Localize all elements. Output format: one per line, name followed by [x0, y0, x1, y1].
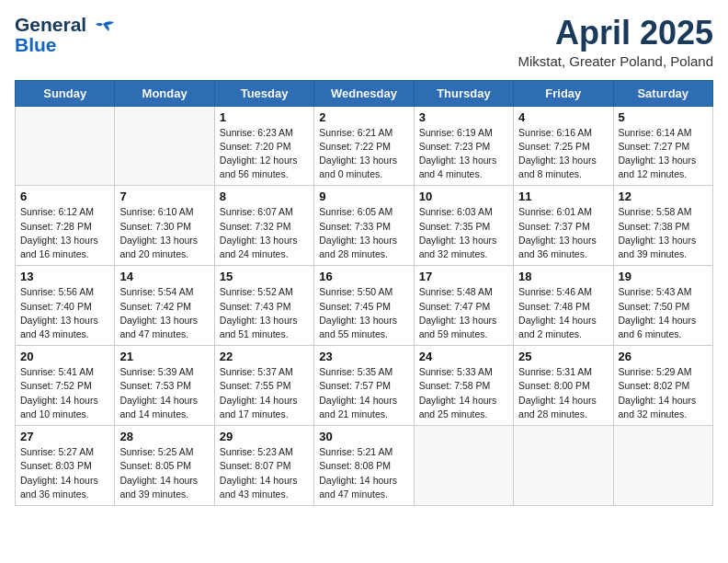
calendar-day-cell: 27Sunrise: 5:27 AMSunset: 8:03 PMDayligh…	[16, 426, 115, 506]
day-info: Sunrise: 5:23 AMSunset: 8:07 PMDaylight:…	[220, 445, 309, 501]
day-number: 2	[319, 110, 408, 124]
day-number: 30	[319, 430, 408, 443]
day-info: Sunrise: 5:21 AMSunset: 8:08 PMDaylight:…	[319, 445, 408, 501]
day-number: 17	[419, 270, 508, 283]
day-number: 11	[518, 190, 608, 203]
day-info: Sunrise: 5:25 AMSunset: 8:05 PMDaylight:…	[119, 445, 209, 501]
day-number: 4	[518, 110, 608, 124]
day-info: Sunrise: 5:27 AMSunset: 8:03 PMDaylight:…	[20, 445, 109, 501]
day-info: Sunrise: 5:54 AMSunset: 7:42 PMDaylight:…	[119, 285, 209, 341]
day-number: 21	[119, 350, 209, 363]
day-info: Sunrise: 6:14 AMSunset: 7:27 PMDaylight:…	[619, 126, 708, 182]
calendar-day-cell: 8Sunrise: 6:07 AMSunset: 7:32 PMDaylight…	[214, 186, 313, 266]
day-info: Sunrise: 5:31 AMSunset: 8:00 PMDaylight:…	[518, 365, 608, 421]
title-block: April 2025 Mikstat, Greater Poland, Pola…	[518, 15, 713, 69]
day-number: 16	[319, 270, 408, 283]
logo-bird-icon	[90, 20, 116, 42]
calendar-day-cell: 6Sunrise: 6:12 AMSunset: 7:28 PMDaylight…	[16, 186, 115, 266]
calendar-day-cell: 7Sunrise: 6:10 AMSunset: 7:30 PMDaylight…	[115, 186, 214, 266]
weekday-header: Thursday	[414, 80, 513, 106]
calendar-day-cell: 23Sunrise: 5:35 AMSunset: 7:57 PMDayligh…	[314, 346, 414, 426]
calendar-day-cell: 22Sunrise: 5:37 AMSunset: 7:55 PMDayligh…	[214, 346, 313, 426]
day-info: Sunrise: 5:50 AMSunset: 7:45 PMDaylight:…	[319, 285, 408, 341]
day-info: Sunrise: 5:43 AMSunset: 7:50 PMDaylight:…	[619, 285, 708, 341]
day-number: 20	[20, 350, 109, 363]
day-number: 9	[319, 190, 408, 203]
day-number: 23	[319, 350, 408, 363]
weekday-header: Tuesday	[214, 80, 313, 106]
calendar-day-cell: 10Sunrise: 6:03 AMSunset: 7:35 PMDayligh…	[414, 186, 513, 266]
weekday-header: Wednesday	[314, 80, 414, 106]
day-number: 13	[20, 270, 109, 283]
calendar-day-cell: 2Sunrise: 6:21 AMSunset: 7:22 PMDaylight…	[314, 106, 414, 186]
day-info: Sunrise: 6:10 AMSunset: 7:30 PMDaylight:…	[119, 205, 209, 261]
calendar-day-cell: 11Sunrise: 6:01 AMSunset: 7:37 PMDayligh…	[514, 186, 613, 266]
month-year-title: April 2025	[518, 15, 713, 52]
calendar-day-cell: 4Sunrise: 6:16 AMSunset: 7:25 PMDaylight…	[514, 106, 613, 186]
calendar-day-cell: 26Sunrise: 5:29 AMSunset: 8:02 PMDayligh…	[613, 346, 712, 426]
day-number: 1	[220, 110, 309, 124]
day-info: Sunrise: 5:46 AMSunset: 7:48 PMDaylight:…	[518, 285, 608, 341]
calendar-day-cell: 24Sunrise: 5:33 AMSunset: 7:58 PMDayligh…	[414, 346, 513, 426]
day-number: 19	[619, 270, 708, 283]
calendar-day-cell: 14Sunrise: 5:54 AMSunset: 7:42 PMDayligh…	[115, 266, 214, 346]
calendar-week-row: 27Sunrise: 5:27 AMSunset: 8:03 PMDayligh…	[16, 426, 713, 506]
day-info: Sunrise: 6:23 AMSunset: 7:20 PMDaylight:…	[220, 126, 309, 182]
calendar-day-cell: 9Sunrise: 6:05 AMSunset: 7:33 PMDaylight…	[314, 186, 414, 266]
day-number: 6	[20, 190, 109, 203]
calendar-week-row: 1Sunrise: 6:23 AMSunset: 7:20 PMDaylight…	[16, 106, 713, 186]
day-number: 15	[220, 270, 309, 283]
calendar-week-row: 20Sunrise: 5:41 AMSunset: 7:52 PMDayligh…	[16, 346, 713, 426]
calendar-day-cell	[115, 106, 214, 186]
day-info: Sunrise: 6:03 AMSunset: 7:35 PMDaylight:…	[419, 205, 508, 261]
day-info: Sunrise: 5:58 AMSunset: 7:38 PMDaylight:…	[619, 205, 708, 261]
day-info: Sunrise: 6:21 AMSunset: 7:22 PMDaylight:…	[319, 126, 408, 182]
day-info: Sunrise: 5:29 AMSunset: 8:02 PMDaylight:…	[619, 365, 708, 421]
calendar-day-cell	[613, 426, 712, 506]
day-info: Sunrise: 5:33 AMSunset: 7:58 PMDaylight:…	[419, 365, 508, 421]
day-number: 3	[419, 110, 508, 124]
day-info: Sunrise: 5:48 AMSunset: 7:47 PMDaylight:…	[419, 285, 508, 341]
calendar-day-cell: 25Sunrise: 5:31 AMSunset: 8:00 PMDayligh…	[514, 346, 613, 426]
day-number: 28	[119, 430, 209, 443]
day-number: 8	[220, 190, 309, 203]
logo: General Blue	[15, 15, 116, 55]
calendar-day-cell: 13Sunrise: 5:56 AMSunset: 7:40 PMDayligh…	[16, 266, 115, 346]
calendar-day-cell: 19Sunrise: 5:43 AMSunset: 7:50 PMDayligh…	[613, 266, 712, 346]
calendar-week-row: 6Sunrise: 6:12 AMSunset: 7:28 PMDaylight…	[16, 186, 713, 266]
day-info: Sunrise: 5:35 AMSunset: 7:57 PMDaylight:…	[319, 365, 408, 421]
day-number: 27	[20, 430, 109, 443]
day-number: 7	[119, 190, 209, 203]
calendar-day-cell: 5Sunrise: 6:14 AMSunset: 7:27 PMDaylight…	[613, 106, 712, 186]
day-number: 26	[619, 350, 708, 363]
calendar-day-cell	[514, 426, 613, 506]
calendar-day-cell	[16, 106, 115, 186]
day-info: Sunrise: 6:01 AMSunset: 7:37 PMDaylight:…	[518, 205, 608, 261]
location-subtitle: Mikstat, Greater Poland, Poland	[518, 53, 713, 69]
day-number: 12	[619, 190, 708, 203]
calendar-table: SundayMondayTuesdayWednesdayThursdayFrid…	[15, 80, 713, 506]
weekday-header-row: SundayMondayTuesdayWednesdayThursdayFrid…	[16, 80, 713, 106]
calendar-day-cell: 17Sunrise: 5:48 AMSunset: 7:47 PMDayligh…	[414, 266, 513, 346]
day-info: Sunrise: 6:07 AMSunset: 7:32 PMDaylight:…	[220, 205, 309, 261]
day-info: Sunrise: 5:52 AMSunset: 7:43 PMDaylight:…	[220, 285, 309, 341]
calendar-day-cell: 28Sunrise: 5:25 AMSunset: 8:05 PMDayligh…	[115, 426, 214, 506]
day-number: 18	[518, 270, 608, 283]
day-info: Sunrise: 6:16 AMSunset: 7:25 PMDaylight:…	[518, 126, 608, 182]
day-number: 5	[619, 110, 708, 124]
calendar-day-cell: 20Sunrise: 5:41 AMSunset: 7:52 PMDayligh…	[16, 346, 115, 426]
calendar-day-cell: 12Sunrise: 5:58 AMSunset: 7:38 PMDayligh…	[613, 186, 712, 266]
calendar-day-cell: 16Sunrise: 5:50 AMSunset: 7:45 PMDayligh…	[314, 266, 414, 346]
weekday-header: Monday	[115, 80, 214, 106]
day-info: Sunrise: 5:37 AMSunset: 7:55 PMDaylight:…	[220, 365, 309, 421]
calendar-day-cell: 18Sunrise: 5:46 AMSunset: 7:48 PMDayligh…	[514, 266, 613, 346]
logo-text-general: General	[15, 15, 86, 35]
day-info: Sunrise: 6:12 AMSunset: 7:28 PMDaylight:…	[20, 205, 109, 261]
day-number: 25	[518, 350, 608, 363]
page-header: General Blue April 2025 Mikstat, Greater…	[15, 15, 713, 69]
calendar-day-cell: 30Sunrise: 5:21 AMSunset: 8:08 PMDayligh…	[314, 426, 414, 506]
day-number: 10	[419, 190, 508, 203]
calendar-day-cell: 15Sunrise: 5:52 AMSunset: 7:43 PMDayligh…	[214, 266, 313, 346]
weekday-header: Friday	[514, 80, 613, 106]
weekday-header: Sunday	[16, 80, 115, 106]
